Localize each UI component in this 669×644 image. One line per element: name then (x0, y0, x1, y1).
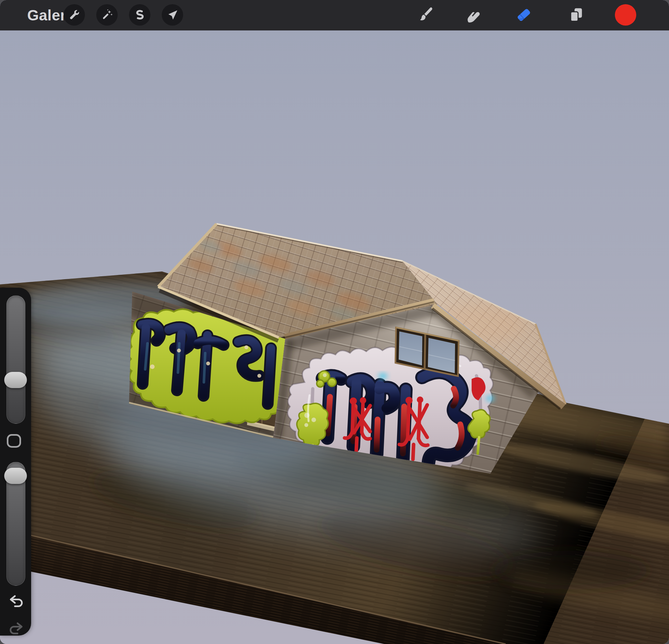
color-swatch[interactable] (615, 4, 636, 26)
layers-button[interactable] (566, 4, 587, 26)
canvas-3d-scene[interactable] (0, 0, 669, 644)
transform-arrow-icon (166, 9, 179, 21)
opacity-slider[interactable] (6, 462, 25, 586)
eraser-icon (515, 6, 532, 23)
paint-tool-button[interactable] (415, 4, 436, 26)
undo-button[interactable] (8, 594, 25, 609)
undo-arrow-icon (9, 595, 24, 608)
paintbrush-icon (417, 6, 434, 23)
top-toolbar: Galeria (0, 0, 669, 30)
procreate-window: Galeria (0, 0, 669, 644)
brush-size-slider[interactable] (6, 295, 25, 424)
selection-button[interactable] (129, 4, 151, 26)
sidebar-tool-panel (0, 288, 31, 635)
brush-size-slider-thumb[interactable] (4, 372, 27, 388)
transform-button[interactable] (162, 4, 183, 26)
wrench-icon (68, 9, 81, 21)
magic-wand-icon (100, 9, 113, 21)
opacity-slider-thumb[interactable] (4, 468, 27, 484)
adjustments-button[interactable] (96, 4, 118, 26)
selection-s-icon (133, 9, 146, 21)
modify-button[interactable] (7, 434, 21, 448)
redo-arrow-icon (9, 621, 24, 635)
smudge-tool-button[interactable] (462, 4, 483, 26)
layers-icon (568, 6, 585, 23)
smudge-finger-icon (464, 6, 481, 23)
redo-button[interactable] (8, 621, 25, 636)
erase-tool-button[interactable] (513, 4, 535, 26)
actions-button[interactable] (63, 4, 85, 26)
